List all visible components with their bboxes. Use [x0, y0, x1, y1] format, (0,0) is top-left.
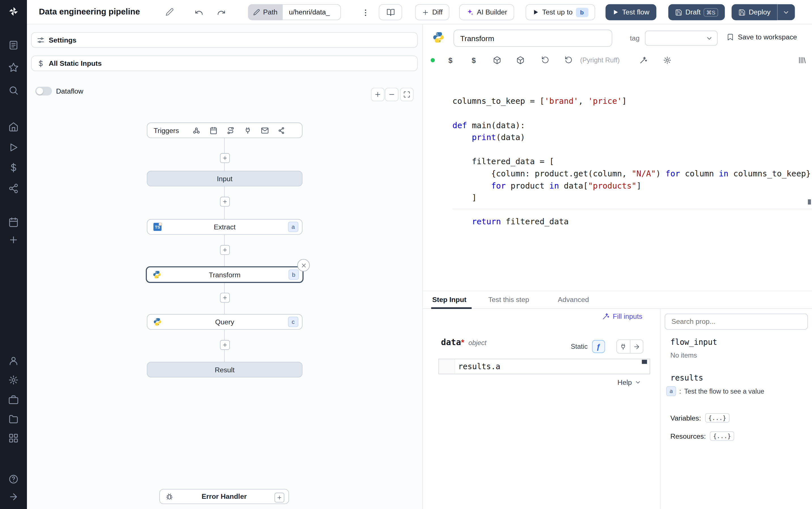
search-prop-input[interactable] [665, 314, 808, 330]
ai-wand-icon[interactable] [636, 54, 650, 67]
library-icon[interactable] [795, 54, 809, 67]
expression-value: results.a [458, 361, 501, 372]
package-icon[interactable] [514, 54, 527, 67]
windmill-logo[interactable] [8, 6, 19, 17]
webhook-trigger-icon[interactable] [192, 127, 200, 134]
help-icon[interactable] [8, 474, 19, 484]
error-handler-node[interactable]: Error Handler [159, 489, 289, 504]
arg-type: object [469, 339, 487, 346]
edit-title-icon[interactable] [165, 8, 174, 16]
zoom-out-button[interactable] [385, 88, 399, 101]
triggers-node[interactable]: Triggers [147, 123, 302, 138]
path-input[interactable] [283, 4, 341, 21]
status-dot-green [431, 58, 435, 62]
package-icon[interactable] [490, 54, 504, 67]
add-plus-icon[interactable] [8, 235, 19, 245]
test-flow-button[interactable]: Test flow [605, 4, 656, 21]
plug-icon[interactable] [617, 340, 630, 353]
results-section-label[interactable]: results [670, 373, 703, 382]
all-static-inputs-button[interactable]: All Static Inputs [31, 56, 418, 71]
input-node[interactable]: Input [147, 171, 302, 186]
email-trigger-icon[interactable] [261, 127, 269, 134]
expand-sidebar-arrow-icon[interactable] [8, 492, 19, 502]
reload-icon[interactable] [562, 54, 576, 67]
chevron-down-icon [706, 35, 713, 42]
io-button-group [616, 339, 643, 353]
ai-builder-button[interactable]: AI Builder [459, 4, 514, 21]
variables-object-badge[interactable]: {...} [705, 413, 729, 422]
undo-button[interactable] [191, 4, 207, 20]
result-step-badge: a [666, 386, 676, 396]
step-name-input[interactable] [453, 30, 612, 46]
docs-book-button[interactable] [379, 4, 402, 21]
search-icon[interactable] [8, 85, 19, 96]
redo-button[interactable] [213, 4, 229, 20]
tab-advanced[interactable]: Advanced [558, 291, 589, 308]
fit-view-button[interactable] [400, 88, 413, 101]
settings-gear-icon[interactable] [8, 375, 19, 385]
favorites-star-icon[interactable] [8, 62, 19, 73]
add-step-button[interactable] [220, 197, 230, 207]
runs-play-icon[interactable] [8, 142, 19, 153]
transform-node-selected[interactable]: Transform b [146, 266, 303, 283]
test-up-to-button[interactable]: Test up to b [525, 4, 595, 21]
add-step-button[interactable] [220, 293, 230, 303]
python-icon [152, 270, 161, 279]
schedule-trigger-icon[interactable] [210, 127, 217, 134]
python-icon [153, 317, 162, 326]
result-row[interactable]: a : Test the flow to see a value [666, 386, 764, 396]
add-step-button[interactable] [220, 340, 230, 350]
help-toggle[interactable]: Help [618, 379, 641, 386]
variables-dollar-icon[interactable] [8, 163, 19, 173]
dataflow-toggle[interactable] [35, 87, 52, 96]
deploy-dropdown-chevron[interactable] [777, 4, 795, 21]
remove-step-close-icon[interactable] [297, 259, 310, 272]
code-line: filtered_data = [ [452, 156, 812, 168]
zoom-in-button[interactable] [371, 88, 384, 101]
resources-object-badge[interactable]: {...} [710, 431, 734, 441]
expression-mode-button[interactable]: ƒ [592, 340, 605, 353]
variable-picker-icon[interactable]: $ [444, 54, 457, 67]
reload-icon[interactable] [539, 54, 552, 67]
folders-icon[interactable] [8, 414, 19, 424]
triggers-label: Triggers [154, 127, 179, 134]
editor-divider-line [452, 209, 812, 209]
home-icon[interactable] [8, 122, 19, 132]
add-error-handler-button[interactable] [274, 493, 284, 503]
workers-briefcase-icon[interactable] [8, 395, 19, 405]
diff-button[interactable]: Diff [415, 4, 449, 21]
result-hint: Test the flow to see a value [684, 387, 764, 395]
apps-grid-icon[interactable] [8, 433, 19, 443]
deploy-button[interactable]: Deploy [732, 4, 777, 21]
expression-resize-handle[interactable] [642, 360, 647, 364]
tag-select[interactable] [645, 31, 717, 46]
lint-status-label[interactable]: (Pyright Ruff) [580, 56, 620, 64]
code-line [452, 204, 812, 216]
kafka-trigger-icon[interactable] [278, 127, 286, 134]
save-to-workspace-button[interactable]: Save to workspace [727, 33, 797, 41]
user-icon[interactable] [8, 355, 19, 366]
query-node[interactable]: Query c [147, 314, 302, 330]
resource-picker-icon[interactable]: $ [467, 54, 481, 67]
result-node[interactable]: Result [147, 362, 302, 377]
extract-node[interactable]: TS Extract a [147, 219, 302, 235]
schedules-calendar-icon[interactable] [8, 217, 19, 228]
draft-button[interactable]: Draft ⌘S [668, 4, 725, 21]
code-editor[interactable]: columns_to_keep = ['brand', 'price'] def… [423, 69, 812, 291]
route-trigger-icon[interactable] [227, 127, 234, 134]
path-button[interactable]: Path [248, 4, 283, 21]
add-step-button[interactable] [220, 153, 230, 163]
add-step-button[interactable] [220, 245, 230, 255]
resources-hub-icon[interactable] [8, 183, 19, 194]
more-options-kebab-icon[interactable] [357, 4, 373, 20]
runs-list-icon[interactable] [8, 40, 19, 50]
flow-settings-button[interactable]: Settings [31, 32, 418, 48]
fill-inputs-button[interactable]: Fill inputs [602, 312, 642, 320]
arrow-right-icon[interactable] [630, 340, 643, 353]
flow-input-section-label[interactable]: flow_input [670, 337, 717, 347]
expression-input[interactable]: results.a [438, 359, 650, 374]
tab-step-input[interactable]: Step Input [432, 291, 467, 308]
tab-test-this-step[interactable]: Test this step [488, 291, 529, 308]
editor-settings-gear-icon[interactable] [660, 54, 674, 67]
websocket-trigger-icon[interactable] [244, 127, 251, 134]
